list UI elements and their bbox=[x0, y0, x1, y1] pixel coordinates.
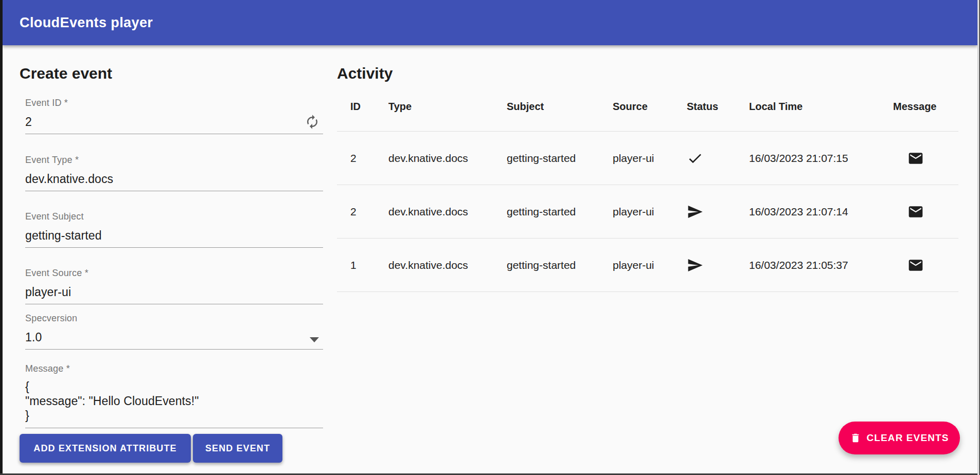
cell-local-time: 16/03/2023 21:07:15 bbox=[749, 152, 893, 165]
cell-source: player-ui bbox=[613, 259, 687, 271]
cell-message bbox=[893, 150, 958, 167]
col-header-subject: Subject bbox=[507, 101, 613, 113]
cell-local-time: 16/03/2023 21:05:37 bbox=[749, 259, 893, 271]
table-row: 2 dev.knative.docs getting-started playe… bbox=[337, 132, 958, 185]
dropdown-arrow-icon[interactable] bbox=[310, 337, 319, 342]
app-title: CloudEvents player bbox=[20, 15, 153, 31]
message-label: Message * bbox=[25, 363, 323, 374]
col-header-local-time: Local Time bbox=[749, 101, 893, 113]
send-event-button[interactable]: SEND EVENT bbox=[193, 434, 282, 463]
event-subject-field: Event Subject getting-started bbox=[25, 211, 323, 248]
event-source-input[interactable]: player-ui bbox=[25, 285, 323, 299]
col-header-message: Message bbox=[893, 101, 958, 113]
trash-icon bbox=[850, 432, 861, 444]
specversion-field: Specversion 1.0 bbox=[25, 313, 323, 350]
cell-subject: getting-started bbox=[507, 152, 613, 165]
cell-source: player-ui bbox=[613, 152, 687, 165]
event-type-label: Event Type * bbox=[25, 155, 323, 165]
form-fields: Event ID * 2 Event Type * dev.knative.do… bbox=[25, 98, 323, 463]
table-row: 2 dev.knative.docs getting-started playe… bbox=[337, 185, 958, 239]
col-header-source: Source bbox=[613, 101, 687, 113]
event-id-field: Event ID * 2 bbox=[25, 98, 323, 134]
table-row: 1 dev.knative.docs getting-started playe… bbox=[337, 239, 958, 292]
col-header-type: Type bbox=[388, 101, 507, 113]
cell-subject: getting-started bbox=[507, 259, 613, 271]
event-id-label: Event ID * bbox=[25, 98, 323, 108]
cell-source: player-ui bbox=[613, 206, 687, 218]
col-header-id: ID bbox=[350, 101, 388, 113]
refresh-icon[interactable] bbox=[305, 114, 320, 130]
event-subject-input[interactable]: getting-started bbox=[25, 229, 323, 242]
cell-message bbox=[893, 257, 958, 273]
table-header-row: ID Type Subject Source Status Local Time… bbox=[337, 82, 958, 132]
specversion-label: Specversion bbox=[25, 313, 323, 323]
message-field: Message * { "message": "Hello CloudEvent… bbox=[25, 363, 323, 428]
create-event-panel: Create event Event ID * 2 Event Type * d… bbox=[20, 65, 323, 463]
window-edge-left bbox=[0, 0, 3, 475]
check-icon bbox=[687, 150, 703, 167]
message-input[interactable]: { "message": "Hello CloudEvents!" } bbox=[25, 379, 323, 423]
event-type-input[interactable]: dev.knative.docs bbox=[25, 172, 323, 186]
event-source-field: Event Source * player-ui bbox=[25, 268, 323, 304]
send-icon bbox=[687, 204, 703, 220]
cell-local-time: 16/03/2023 21:07:14 bbox=[749, 206, 893, 218]
cell-type: dev.knative.docs bbox=[388, 206, 507, 218]
event-type-field: Event Type * dev.knative.docs bbox=[25, 155, 323, 191]
send-icon bbox=[687, 257, 703, 273]
envelope-icon[interactable] bbox=[907, 204, 924, 220]
form-buttons: ADD EXTENSION ATTRIBUTE SEND EVENT bbox=[20, 434, 323, 463]
activity-heading: Activity bbox=[337, 65, 958, 82]
cell-status bbox=[687, 150, 749, 167]
clear-events-button[interactable]: CLEAR EVENTS bbox=[839, 422, 960, 454]
clear-events-label: CLEAR EVENTS bbox=[867, 432, 949, 444]
col-header-status: Status bbox=[687, 101, 749, 113]
activity-panel: Activity ID Type Subject Source Status L… bbox=[337, 65, 958, 292]
scrollbar-track[interactable] bbox=[977, 0, 980, 475]
event-id-input[interactable]: 2 bbox=[25, 115, 323, 129]
event-source-label: Event Source * bbox=[25, 268, 323, 278]
cell-id: 2 bbox=[350, 152, 388, 165]
cell-message bbox=[893, 204, 958, 220]
create-event-heading: Create event bbox=[20, 65, 323, 82]
cell-id: 2 bbox=[350, 206, 388, 218]
event-subject-label: Event Subject bbox=[25, 211, 323, 222]
app-bar: CloudEvents player bbox=[3, 0, 977, 45]
cell-type: dev.knative.docs bbox=[388, 259, 507, 271]
cell-status bbox=[687, 204, 749, 220]
cell-status bbox=[687, 257, 749, 273]
cell-id: 1 bbox=[350, 259, 388, 271]
specversion-select[interactable]: 1.0 bbox=[25, 331, 323, 344]
cell-subject: getting-started bbox=[507, 206, 613, 218]
envelope-icon[interactable] bbox=[907, 257, 924, 273]
envelope-icon[interactable] bbox=[907, 150, 924, 167]
add-extension-attribute-button[interactable]: ADD EXTENSION ATTRIBUTE bbox=[20, 434, 191, 463]
cell-type: dev.knative.docs bbox=[388, 152, 507, 165]
